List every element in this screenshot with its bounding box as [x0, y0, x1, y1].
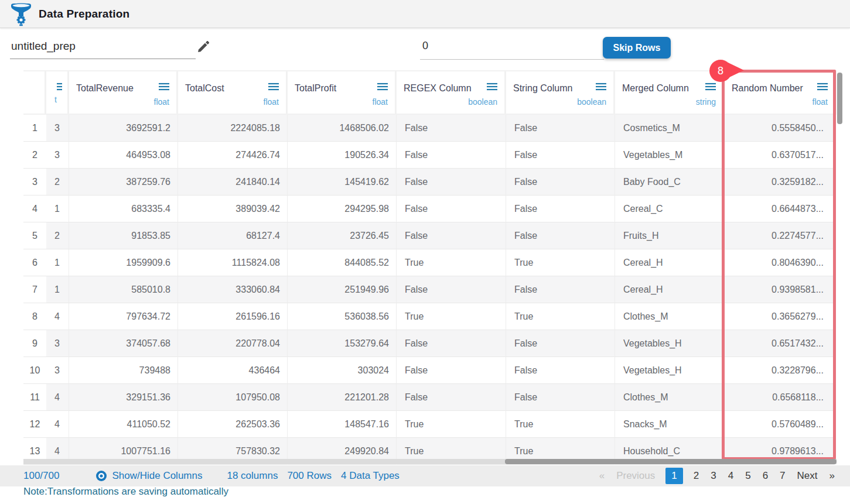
- table-cell: 3692591.2: [69, 115, 178, 142]
- table-cell: 464953.08: [69, 142, 178, 169]
- column-header-partial[interactable]: t: [46, 71, 67, 114]
- pagination-page-6[interactable]: 6: [763, 470, 768, 482]
- eye-icon: [95, 470, 107, 482]
- table-row: 84797634.72261596.16536038.56TrueTrueClo…: [23, 303, 835, 330]
- table-cell: True: [506, 249, 615, 276]
- column-header-string-column[interactable]: String Columnboolean: [506, 71, 613, 114]
- table-stats: 18 columns700 Rows4 Data Types: [227, 470, 399, 482]
- horizontal-scrollbar-thumb[interactable]: [505, 459, 837, 464]
- column-menu-icon[interactable]: [268, 82, 279, 94]
- table-cell: 91853.85: [69, 222, 178, 249]
- column-name: REGEX Column: [404, 83, 472, 94]
- table-cell: 190526.34: [288, 142, 397, 169]
- column-type-label: float: [373, 97, 388, 107]
- table-cell: Fruits_H: [615, 222, 725, 249]
- table-cell: 145419.62: [288, 169, 397, 196]
- table-cell: 68127.4: [178, 222, 288, 249]
- row-number: 3: [23, 169, 46, 196]
- column-menu-icon[interactable]: [596, 82, 606, 94]
- stat-18-columns: 18 columns: [227, 470, 278, 482]
- table-cell: 0.6370517...: [725, 142, 835, 169]
- pagination-page-2[interactable]: 2: [694, 470, 699, 482]
- table-row: 124411050.52262503.36148547.16TrueTrueSn…: [23, 411, 835, 438]
- table-row: 41683335.4389039.42294295.98FalseFalseCe…: [23, 196, 835, 222]
- pagination-next-arrow[interactable]: »: [829, 470, 835, 482]
- table-row: 32387259.76241840.14145419.62FalseFalseB…: [23, 169, 835, 196]
- table-cell: 0.8046390...: [725, 249, 835, 276]
- table-cell: 303024: [288, 357, 397, 384]
- table-cell: 683335.4: [69, 196, 178, 222]
- row-number: 2: [23, 142, 46, 169]
- column-header-totalprofit[interactable]: TotalProfitfloat: [288, 71, 395, 114]
- pagination-page-7[interactable]: 7: [780, 470, 785, 482]
- rows-shown-counter[interactable]: 100/700: [23, 470, 59, 482]
- skip-rows-input[interactable]: [420, 36, 604, 60]
- row-number: 10: [23, 357, 46, 384]
- column-name: TotalRevenue: [76, 83, 134, 94]
- edit-name-button[interactable]: [196, 39, 211, 56]
- column-header-random-number[interactable]: Random Numberfloat: [725, 71, 835, 114]
- table-cell: 4: [46, 411, 69, 438]
- table-cell: 0.6644873...: [725, 196, 835, 222]
- column-menu-icon[interactable]: [487, 82, 497, 94]
- table-cell: 0.5760489...: [725, 411, 835, 438]
- pagination-page-5[interactable]: 5: [745, 470, 750, 482]
- column-type-label: float: [264, 97, 279, 107]
- table-row: 23464953.08274426.74190526.34FalseFalseV…: [23, 142, 835, 169]
- column-header-merged-column[interactable]: Merged Columnstring: [615, 71, 723, 114]
- column-header-totalcost[interactable]: TotalCostfloat: [178, 71, 286, 114]
- column-menu-icon[interactable]: [817, 82, 828, 94]
- column-header-regex-column[interactable]: REGEX Columnboolean: [397, 71, 504, 114]
- column-name: Random Number: [732, 83, 803, 94]
- vertical-scrollbar-thumb[interactable]: [837, 73, 842, 124]
- table-cell: 294295.98: [288, 196, 397, 222]
- table-cell: 1468506.02: [288, 115, 397, 142]
- skip-rows-button[interactable]: Skip Rows: [603, 37, 671, 59]
- table-cell: 3: [46, 330, 69, 357]
- table-cell: Cosmetics_M: [615, 115, 725, 142]
- column-menu-icon[interactable]: [705, 82, 716, 94]
- row-number: 9: [23, 330, 46, 357]
- column-type-label: t: [54, 95, 57, 104]
- table-cell: Vegetables_M: [615, 142, 725, 169]
- table-cell: 0.3228796...: [725, 357, 835, 384]
- table-cell: 1: [46, 249, 69, 276]
- table-cell: True: [397, 249, 506, 276]
- table-cell: 844085.52: [288, 249, 397, 276]
- pagination-previous-button[interactable]: Previous: [616, 470, 655, 482]
- row-number: 8: [23, 303, 46, 330]
- table-cell: True: [397, 411, 506, 438]
- table-cell: 251949.96: [288, 276, 397, 303]
- table-cell: 261596.16: [178, 303, 288, 330]
- pagination-page-3[interactable]: 3: [711, 470, 716, 482]
- table-cell: 3: [46, 115, 69, 142]
- table-cell: 585010.8: [69, 276, 178, 303]
- table-cell: 2224085.18: [178, 115, 288, 142]
- pagination-prev-arrow[interactable]: «: [599, 470, 605, 482]
- row-number: 7: [23, 276, 46, 303]
- column-header-totalrevenue[interactable]: TotalRevenuefloat: [69, 71, 176, 114]
- table-cell: 3: [46, 142, 69, 169]
- show-hide-columns-button[interactable]: Show/Hide Columns: [95, 470, 202, 482]
- table-cell: False: [397, 357, 506, 384]
- pagination-page-1[interactable]: 1: [665, 468, 682, 484]
- table-cell: False: [506, 384, 615, 411]
- row-number: 11: [23, 384, 46, 411]
- column-menu-icon[interactable]: [159, 82, 169, 94]
- pagination-next-button[interactable]: Next: [797, 470, 818, 482]
- table-cell: False: [506, 357, 615, 384]
- column-menu-icon[interactable]: [377, 82, 388, 94]
- show-hide-columns-label: Show/Hide Columns: [112, 470, 202, 482]
- table-cell: 0.5558450...: [725, 115, 835, 142]
- column-menu-icon[interactable]: [57, 82, 62, 91]
- table-cell: 220778.04: [178, 330, 288, 357]
- row-number: 5: [23, 222, 46, 249]
- horizontal-scrollbar-track[interactable]: [23, 459, 837, 464]
- pagination-page-4[interactable]: 4: [728, 470, 733, 482]
- table-cell: False: [397, 142, 506, 169]
- prep-name-input[interactable]: [10, 36, 196, 59]
- table-cell: False: [506, 115, 615, 142]
- table-cell: 3: [46, 357, 69, 384]
- table-row: 71585010.8333060.84251949.96FalseFalseCe…: [23, 276, 835, 303]
- table-cell: 739488: [69, 357, 178, 384]
